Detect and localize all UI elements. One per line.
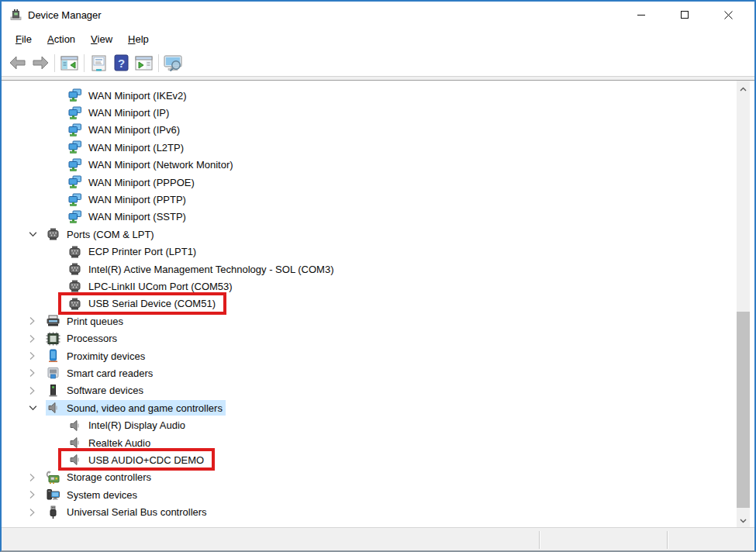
scrollbar-thumb[interactable] [737,312,750,508]
tree-item-content[interactable]: WAN Miniport (Network Monitor) [67,157,236,173]
tree-item: WAN Miniport (Network Monitor) [2,157,754,174]
tree-item-content[interactable]: WAN Miniport (PPTP) [67,192,189,208]
chevron-collapsed-icon[interactable] [29,506,46,519]
chevron-collapsed-icon[interactable] [29,471,46,484]
scroll-up-button[interactable] [737,81,750,95]
speaker-icon [67,419,82,433]
tree-item-content[interactable]: WAN Miniport (PPPOE) [67,174,198,190]
tree-item-content[interactable]: Storage controllers [46,470,154,485]
chevron-collapsed-icon[interactable] [29,350,46,362]
tree-item-label: Processors [67,333,117,344]
vertical-scrollbar[interactable] [737,81,750,527]
serial-port-icon [67,297,82,311]
network-adapter-icon [67,158,82,172]
network-adapter-icon [67,210,82,224]
tree-item-label: Realtek Audio [88,437,150,449]
statusbar-separator [667,531,668,549]
serial-port-icon [67,279,82,293]
chevron-up-icon [740,82,747,94]
tree-item-content[interactable]: Intel(R) Active Management Technology - … [67,261,337,277]
tree-item-content[interactable]: Proximity devices [46,348,148,364]
help-button[interactable]: ? [110,53,133,74]
tree-item: Universal Serial Bus controllers [2,503,754,520]
chevron-expanded-icon[interactable] [29,228,46,240]
software-device-icon [46,384,60,398]
close-button[interactable] [706,2,750,28]
network-adapter-icon [67,88,82,102]
show-hide-console-tree-button[interactable] [58,53,81,74]
tree-item: ECP Printer Port (LPT1) [2,243,754,260]
tree-item-label: WAN Miniport (PPTP) [88,194,186,205]
device-tree: WAN Miniport (IKEv2)WAN Miniport (IP)WAN… [2,81,754,521]
tree-item: Realtek Audio [2,434,754,451]
tree-item-label: WAN Miniport (SSTP) [88,211,186,223]
tree-item-content[interactable]: USB Serial Device (COM51) [67,296,219,312]
tree-item-content[interactable]: ECP Printer Port (LPT1) [67,244,199,260]
tree-item: WAN Miniport (IPv6) [2,122,754,139]
tree-item-label: Ports (COM & LPT) [67,229,154,240]
tree-item: USB Serial Device (COM51) [2,295,754,312]
tree-item-content[interactable]: Intel(R) Display Audio [67,418,188,433]
tree-item-label: Smart card readers [67,367,153,379]
tree-item: Software devices [2,382,754,399]
tree-item-content[interactable]: Ports (COM & LPT) [46,226,157,242]
properties-button[interactable] [88,53,110,74]
scroll-down-button[interactable] [737,513,750,526]
tree-item-content[interactable]: System devices [46,487,140,502]
statusbar [2,527,754,550]
minimize-button[interactable] [620,2,663,28]
menu-item-help[interactable]: Help [120,29,157,49]
back-button[interactable] [6,53,29,74]
chevron-expanded-icon[interactable] [29,402,46,414]
tree-item-content[interactable]: WAN Miniport (IKEv2) [67,88,190,103]
tree-item-label: Universal Serial Bus controllers [67,506,207,518]
tree-item-content[interactable]: LPC-LinkII UCom Port (COM53) [67,278,236,294]
show-hide-action-pane-button[interactable] [133,53,155,74]
tree-item-content[interactable]: Realtek Audio [67,435,154,450]
maximize-button[interactable] [663,2,706,28]
tree-item-content[interactable]: USB AUDIO+CDC DEMO [67,452,207,467]
serial-port-icon [46,227,60,241]
forward-arrow-icon [31,54,50,71]
tree-item-content[interactable]: WAN Miniport (SSTP) [67,209,189,225]
speaker-icon [67,453,82,467]
tree-item: Print queues [2,312,754,329]
tree-item-label: Software devices [67,385,143,396]
chevron-collapsed-icon[interactable] [29,315,46,327]
forward-button[interactable] [29,53,51,74]
menu-item-view[interactable]: View [83,29,120,49]
menu-item-file[interactable]: File [8,29,40,49]
chevron-collapsed-icon[interactable] [29,488,46,501]
window-title: Device Manager [28,9,102,21]
tree-item-content[interactable]: Smart card readers [46,365,156,381]
chevron-collapsed-icon[interactable] [29,385,46,397]
tree-item: Ports (COM & LPT) [2,226,754,243]
menu-item-action[interactable]: Action [40,29,83,49]
close-icon [723,10,734,20]
tree-item-content[interactable]: WAN Miniport (IPv6) [67,122,183,138]
usb-controller-icon [46,505,60,519]
chevron-collapsed-icon[interactable] [29,367,46,379]
tree-item-content[interactable]: Universal Serial Bus controllers [46,505,210,520]
tree-item-content[interactable]: WAN Miniport (L2TP) [67,140,187,155]
maximize-icon [680,10,689,19]
tree-item-content[interactable]: Sound, video and game controllers [46,400,226,416]
tree-item: Processors [2,329,754,347]
minimize-icon [637,10,646,19]
device-manager-icon [9,9,22,22]
tree-item-content[interactable]: Print queues [46,313,126,329]
scan-for-hardware-changes-button[interactable] [162,53,185,74]
tree-item-label: USB AUDIO+CDC DEMO [88,454,204,466]
tree-item-content[interactable]: Processors [46,331,120,347]
device-manager-window: Device Manager FileActionViewHelp ? [0,0,756,552]
svg-text:?: ? [118,57,125,70]
chevron-collapsed-icon[interactable] [29,333,46,345]
tree-item: WAN Miniport (SSTP) [2,209,754,226]
network-adapter-icon [67,106,82,120]
tree-item-content[interactable]: Software devices [46,383,147,398]
tree-item: LPC-LinkII UCom Port (COM53) [2,278,754,295]
toolbar-separator [158,54,159,72]
storage-icon [46,471,60,485]
back-arrow-icon [9,54,27,71]
tree-item-content[interactable]: WAN Miniport (IP) [67,105,172,121]
